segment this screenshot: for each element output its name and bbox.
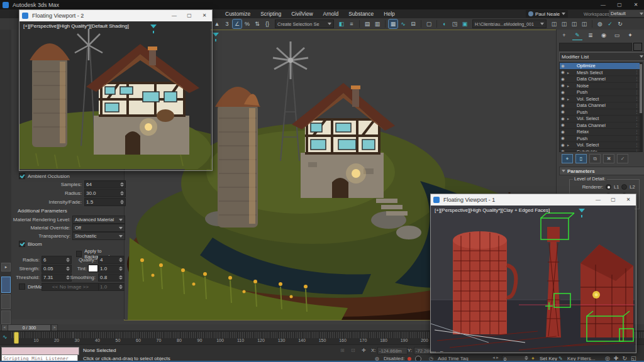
- modifier-push[interactable]: ◉Push⋮: [560, 136, 642, 143]
- arnold-render-icon[interactable]: ↻: [616, 19, 625, 28]
- expand-arrow-icon[interactable]: ▸: [567, 84, 570, 88]
- expand-arrow-icon[interactable]: ▸: [567, 116, 570, 121]
- angle-snap-icon[interactable]: ∠: [233, 19, 242, 28]
- maximize-icon[interactable]: ▢: [611, 0, 628, 9]
- snaps-toggle-icon[interactable]: 3: [223, 19, 231, 28]
- user-account-menu[interactable]: Paul Neale: [526, 10, 568, 18]
- visibility-eye-icon[interactable]: ◉: [561, 103, 566, 108]
- parameters-rollout-header[interactable]: Parameters: [559, 167, 644, 175]
- configure-modifier-sets-button[interactable]: ✓: [617, 154, 628, 163]
- frame-step-icons[interactable]: ◄►: [492, 356, 499, 359]
- selection-set-dropdown[interactable]: Create Selection Se: [275, 19, 334, 28]
- bloom-tint-field[interactable]: 1.0: [98, 265, 125, 273]
- visibility-eye-icon[interactable]: ◉: [561, 83, 566, 88]
- tab-hierarchy[interactable]: ≣: [586, 31, 596, 40]
- samples-field[interactable]: 64: [84, 180, 126, 189]
- spinner-icon[interactable]: [119, 266, 123, 271]
- bloom-quality-field[interactable]: 4: [98, 256, 125, 264]
- select-region-icon[interactable]: ▢: [425, 19, 433, 28]
- tab-modify[interactable]: ✎: [572, 31, 582, 40]
- close-icon[interactable]: ✕: [628, 0, 644, 9]
- visibility-eye-icon[interactable]: ◉: [561, 90, 566, 95]
- rendered-frame-icon[interactable]: ▣: [460, 19, 469, 28]
- spinner-icon[interactable]: [66, 258, 70, 262]
- select-and-place-icon[interactable]: ▲: [213, 19, 221, 28]
- bloom-checkbox[interactable]: [19, 241, 25, 247]
- floating-viewport-1-titlebar[interactable]: Floating Viewport - 1 — ▢ ✕: [431, 194, 636, 206]
- menu-scripting[interactable]: Scripting: [260, 11, 281, 17]
- viewport-filter-icon[interactable]: [579, 209, 585, 212]
- dirtmap-checkbox[interactable]: [19, 283, 25, 290]
- modifier-push[interactable]: ◉Push⋮: [560, 109, 642, 116]
- material-editor-icon[interactable]: ◐: [440, 19, 449, 28]
- show-end-result-button[interactable]: ▯: [575, 154, 587, 163]
- intensity-fade-field[interactable]: 1.5: [84, 198, 126, 206]
- minimize-icon[interactable]: —: [591, 194, 606, 206]
- modifier-subdivide[interactable]: ◉Subdivide⋮: [560, 149, 642, 153]
- visibility-eye-icon[interactable]: ◉: [561, 149, 566, 152]
- pin-stack-button[interactable]: ⌖: [562, 154, 573, 163]
- tab-motion[interactable]: ◉: [599, 31, 609, 40]
- renderer-l2-radio[interactable]: [621, 184, 627, 190]
- modifier-vol-select[interactable]: ◉▸Vol. Select⋮: [560, 142, 642, 149]
- state-set-save-icon[interactable]: ◫: [560, 19, 569, 28]
- make-unique-button[interactable]: ⧉: [589, 154, 601, 163]
- schematic-view-icon[interactable]: ⊟: [409, 19, 418, 28]
- curve-editor-icon[interactable]: ∿: [399, 19, 408, 28]
- visibility-eye-icon[interactable]: ◉: [561, 96, 566, 101]
- layout-tab-3[interactable]: [1, 310, 11, 324]
- viewport-filter-icon[interactable]: [150, 25, 157, 28]
- spinner-icon[interactable]: [119, 258, 123, 262]
- absolute-mode-icon[interactable]: ✛: [362, 348, 366, 353]
- modifier-mesh-select[interactable]: ◉▸Mesh Select⋮: [560, 70, 642, 77]
- ao-radius-field[interactable]: 30.0: [84, 189, 126, 197]
- visibility-eye-icon[interactable]: ◉: [561, 70, 566, 75]
- object-name-field[interactable]: [559, 43, 632, 51]
- layer-explorer-icon[interactable]: ▥: [373, 19, 382, 28]
- modifier-push[interactable]: ◉Push⋮: [560, 89, 642, 96]
- visibility-eye-icon[interactable]: ◉: [561, 77, 566, 82]
- maximize-icon[interactable]: ▢: [606, 194, 621, 206]
- layout-tab-active[interactable]: [1, 277, 11, 293]
- render-setup-icon[interactable]: ◳: [450, 19, 459, 28]
- bloom-smoothing-field[interactable]: 0.8: [98, 273, 125, 282]
- visibility-eye-icon[interactable]: ◉: [561, 109, 566, 114]
- workspace-dropdown[interactable]: Default: [609, 10, 644, 17]
- apply-to-background-checkbox[interactable]: [76, 251, 82, 257]
- remove-modifier-button[interactable]: ✖: [603, 154, 614, 163]
- expand-arrow-icon[interactable]: ▸: [567, 70, 570, 75]
- mirror-icon[interactable]: ◧: [337, 19, 346, 28]
- curve-toggle-icon[interactable]: ∿: [3, 334, 8, 340]
- spinner-icon[interactable]: [120, 200, 124, 204]
- project-path-dropdown[interactable]: H:\Clients\au...eModeling_001: [472, 19, 547, 28]
- x-coordinate-field[interactable]: -124.868m: [377, 347, 408, 354]
- floating-viewport-2[interactable]: Floating Viewport - 2 — ▢ ✕: [19, 9, 213, 171]
- spinner-icon[interactable]: [120, 191, 124, 195]
- expand-arrow-icon[interactable]: ▸: [567, 97, 570, 101]
- frame-spinner-icon[interactable]: [525, 356, 528, 360]
- transparency-dropdown[interactable]: Stochastic: [72, 232, 125, 240]
- state-set-record-icon[interactable]: ◫: [550, 19, 558, 28]
- visibility-eye-icon[interactable]: ◉: [561, 63, 566, 69]
- named-selection-sets-icon[interactable]: {}: [263, 19, 272, 28]
- floating-viewport-2-titlebar[interactable]: Floating Viewport - 2 — ▢ ✕: [19, 10, 212, 21]
- modifier-data-channel[interactable]: ◉Data Channel⋮: [560, 102, 642, 109]
- visibility-eye-icon[interactable]: ◉: [561, 136, 566, 141]
- spinner-icon[interactable]: [66, 266, 70, 271]
- modifier-data-channel[interactable]: ◉Data Channel⋮: [560, 123, 642, 129]
- selection-lock-icon[interactable]: ⊞: [340, 348, 345, 353]
- renderer-l1-radio[interactable]: [606, 184, 611, 190]
- material-rendering-level-dropdown[interactable]: Advanced Material: [72, 216, 125, 224]
- align-icon[interactable]: ≡: [347, 19, 356, 28]
- visibility-eye-icon[interactable]: ◉: [561, 123, 566, 128]
- ambient-occlusion-checkbox[interactable]: [19, 173, 25, 179]
- tab-display[interactable]: ▭: [612, 31, 622, 40]
- time-slider[interactable]: [14, 332, 19, 344]
- state-set-copy-icon[interactable]: ◫: [570, 19, 579, 28]
- menu-civilview[interactable]: CivilView: [291, 11, 313, 17]
- expand-arrow-icon[interactable]: ▸: [567, 143, 570, 147]
- floating-viewport-1-canvas[interactable]: [+][Perspective][High Quality*][Clay + E…: [431, 206, 635, 351]
- scene-explorer-icon[interactable]: ▤: [363, 19, 372, 28]
- isolate-icon[interactable]: ⊡: [351, 348, 355, 353]
- tint-color-swatch[interactable]: [88, 265, 98, 272]
